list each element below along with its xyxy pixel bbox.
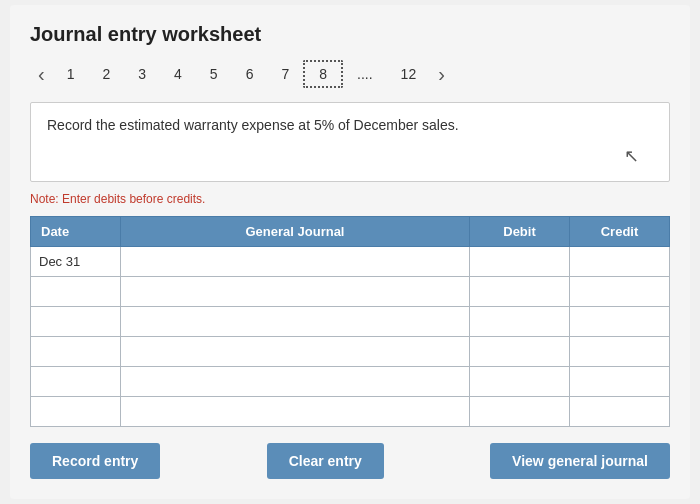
row3-credit-input[interactable]	[578, 314, 661, 329]
row3-journal-input[interactable]	[129, 314, 461, 329]
tab-2[interactable]: 2	[88, 62, 124, 86]
tab-4[interactable]: 4	[160, 62, 196, 86]
col-header-debit: Debit	[470, 217, 570, 247]
col-header-date: Date	[31, 217, 121, 247]
tab-7[interactable]: 7	[267, 62, 303, 86]
cursor-icon: ↖	[624, 145, 639, 167]
table-row	[31, 277, 670, 307]
tab-8[interactable]: 8	[303, 60, 343, 88]
tab-3[interactable]: 3	[124, 62, 160, 86]
row2-credit[interactable]	[570, 277, 670, 307]
tab-12[interactable]: 12	[387, 62, 431, 86]
row6-date	[31, 397, 121, 427]
tab-1[interactable]: 1	[53, 62, 89, 86]
row1-credit-input[interactable]	[578, 254, 661, 269]
row1-debit-input[interactable]	[478, 254, 561, 269]
row6-credit-input[interactable]	[578, 404, 661, 419]
row2-journal[interactable]	[121, 277, 470, 307]
row3-journal[interactable]	[121, 307, 470, 337]
row5-credit[interactable]	[570, 367, 670, 397]
tab-5[interactable]: 5	[196, 62, 232, 86]
row1-credit[interactable]	[570, 247, 670, 277]
row4-debit-input[interactable]	[478, 344, 561, 359]
view-general-journal-button[interactable]: View general journal	[490, 443, 670, 479]
clear-entry-button[interactable]: Clear entry	[267, 443, 384, 479]
tab-6[interactable]: 6	[232, 62, 268, 86]
row2-date	[31, 277, 121, 307]
row3-date	[31, 307, 121, 337]
row6-debit-input[interactable]	[478, 404, 561, 419]
col-header-journal: General Journal	[121, 217, 470, 247]
row3-debit-input[interactable]	[478, 314, 561, 329]
instruction-box: Record the estimated warranty expense at…	[30, 102, 670, 182]
main-container: Journal entry worksheet ‹ 1 2 3 4 5 6 7 …	[10, 5, 690, 499]
note-text: Note: Enter debits before credits.	[30, 192, 670, 206]
table-row	[31, 307, 670, 337]
row5-journal[interactable]	[121, 367, 470, 397]
page-title: Journal entry worksheet	[30, 23, 670, 46]
row4-journal-input[interactable]	[129, 344, 461, 359]
row3-credit[interactable]	[570, 307, 670, 337]
row6-debit[interactable]	[470, 397, 570, 427]
col-header-credit: Credit	[570, 217, 670, 247]
row5-journal-input[interactable]	[129, 374, 461, 389]
row2-journal-input[interactable]	[129, 284, 461, 299]
row2-credit-input[interactable]	[578, 284, 661, 299]
row6-credit[interactable]	[570, 397, 670, 427]
row1-debit[interactable]	[470, 247, 570, 277]
row4-credit[interactable]	[570, 337, 670, 367]
table-row	[31, 397, 670, 427]
row5-date	[31, 367, 121, 397]
row2-debit[interactable]	[470, 277, 570, 307]
row5-debit[interactable]	[470, 367, 570, 397]
journal-table: Date General Journal Debit Credit Dec 31	[30, 216, 670, 427]
row1-journal-input[interactable]	[129, 254, 461, 269]
row3-debit[interactable]	[470, 307, 570, 337]
record-entry-button[interactable]: Record entry	[30, 443, 160, 479]
row4-credit-input[interactable]	[578, 344, 661, 359]
row5-credit-input[interactable]	[578, 374, 661, 389]
prev-arrow[interactable]: ‹	[30, 61, 53, 88]
button-row: Record entry Clear entry View general jo…	[30, 443, 670, 479]
tab-navigation: ‹ 1 2 3 4 5 6 7 8 .... 12 ›	[30, 60, 670, 88]
instruction-text: Record the estimated warranty expense at…	[47, 117, 459, 133]
tab-ellipsis: ....	[343, 62, 387, 86]
row4-date	[31, 337, 121, 367]
table-row	[31, 367, 670, 397]
row6-journal-input[interactable]	[129, 404, 461, 419]
table-row: Dec 31	[31, 247, 670, 277]
table-row	[31, 337, 670, 367]
row1-date: Dec 31	[31, 247, 121, 277]
next-arrow[interactable]: ›	[430, 61, 453, 88]
row4-journal[interactable]	[121, 337, 470, 367]
row1-journal[interactable]	[121, 247, 470, 277]
row4-debit[interactable]	[470, 337, 570, 367]
row6-journal[interactable]	[121, 397, 470, 427]
row2-debit-input[interactable]	[478, 284, 561, 299]
row5-debit-input[interactable]	[478, 374, 561, 389]
